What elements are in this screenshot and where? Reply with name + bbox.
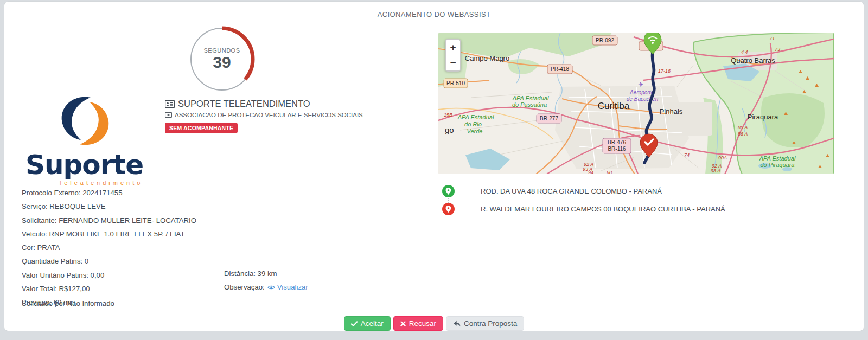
detail-skate-unit-value: Valor Unitário Patins: 0,00 [22,268,196,282]
observation-label: Observação: [224,280,265,294]
refuse-button[interactable]: Recusar [393,316,443,331]
detail-vehicle: Veículo: RNP MOBI LIKE 1.0 FIRE FLEX 5P.… [22,227,196,241]
route-map[interactable]: 17-16 71 73 4 4 74 85 A 86 A 90A 92 A 93… [438,33,834,174]
road-number-85a: 85 A [738,125,748,130]
observation-visualize-link[interactable]: Visualizar [267,280,308,294]
destination-address-row: R. WALDEMAR LOUREIRO CAMPOS 00 BOQUEIRAO… [442,203,725,215]
provider-block: SUPORTE TELEATENDIMENTO ASSOCIACAO DE PR… [165,99,363,133]
x-icon [400,321,406,326]
map-zoom-out-button[interactable]: − [446,55,460,70]
shield-pr092: PR-092 [596,37,614,43]
map-zoom-in-button[interactable]: + [446,40,460,55]
origin-pin-icon [442,185,455,197]
airport-label-line2: de Bacacheri [627,96,659,102]
park-rioverde-line1: APA Estadual [457,114,494,120]
park-rioverde-line2: do Rio [464,121,482,127]
airport-label-line1: Aeroporto [629,89,654,95]
shield-pr418: PR-418 [551,66,569,72]
accept-button[interactable]: Aceitar [344,316,391,331]
city-piraquara: Piraquara [748,113,778,121]
road-number-44: 4 4 [741,49,748,55]
page-title: ACIONAMENTO DO WEBASSIST [4,10,864,18]
map-zoom-control: + − [445,39,461,72]
detail-requester: Solicitante: FERNANDO MULLER LEITE- LOCA… [22,214,196,227]
park-piraquara-line1: APA Estadual [759,155,796,162]
distance-row: Distância: 39 km [224,267,308,280]
park-rioverde-line3: Verde [467,128,483,134]
road-number-17-16: 17-16 [658,68,671,74]
road-number-74: 74 [684,152,690,158]
city-campo-magro: Campo Magro [465,54,509,62]
road-number-15b: 15B [444,112,452,118]
webassist-dialog-card: ACIONAMENTO DO WEBASSIST SEGUNDOS 39 Sup… [4,1,864,331]
city-quatro-barras: Quatro Barras [731,56,775,65]
action-bar: Aceitar Recusar Contra Proposta [4,316,864,331]
destination-address: R. WALDEMAR LOUREIRO CAMPOS 00 BOQUEIRAO… [481,205,725,213]
timer-seconds-value: 39 [213,54,231,71]
logo-wordmark: Suporte [21,151,148,178]
shield-pr510: PR-510 [446,80,465,86]
reply-arrow-icon [453,320,461,327]
provider-association: ASSOCIACAO DE PROTECAO VEICULAR E SERVIC… [175,112,363,118]
road-number-73: 73 [775,47,780,52]
check-icon [351,321,358,326]
road-number-86a: 86 A [738,131,748,137]
solicited-by: Solicitado por Não Informado [22,299,114,307]
observation-row: Observação: Visualizar [224,280,308,294]
detail-protocol: Protocolo Externo: 2024171455 [22,186,196,200]
logo-swirl-icon [55,94,114,148]
countdown-timer: SEGUNDOS 39 [188,25,256,93]
detail-color: Cor: PRATA [22,241,196,254]
shield-br277: BR-277 [540,116,558,121]
detail-total-value: Valor Total: R$127,00 [22,282,196,296]
park-piraquara-line2: do Piraquara [761,162,795,168]
shield-br116: BR-116 [608,146,626,152]
metrics-block: Distância: 39 km Observação: Visualizar [224,267,308,294]
city-partial-west: go [445,125,454,134]
road-number-90a: 90A [718,155,727,161]
association-icon [165,112,172,118]
detail-skate-qty: Quantidade Patins: 0 [22,254,196,268]
destination-pin-icon [442,203,455,215]
map-canvas: 17-16 71 73 4 4 74 85 A 86 A 90A 92 A 93… [438,33,834,174]
road-number-93a: 93 A [711,168,720,174]
service-details: Protocolo Externo: 2024171455 Serviço: R… [22,186,196,310]
footer-divider [4,312,864,312]
no-companion-badge: SEM ACOMPANHANTE [165,123,238,133]
airplane-icon: ✈ [638,81,643,88]
road-number-71: 71 [769,36,775,41]
shield-br476: BR-476 [608,139,626,145]
origin-address-row: ROD. DA UVA 48 ROCA GRANDE COLOMBO - PAR… [442,185,662,197]
detail-service: Serviço: REBOQUE LEVE [22,200,196,213]
provider-name: SUPORTE TELEATENDIMENTO [178,99,310,109]
city-pinhais: Pinhais [660,107,683,116]
eye-icon [267,285,275,290]
park-passauna-line1: APA Estadual [512,95,549,101]
company-logo: Suporte Teleatendimento [21,94,148,186]
city-curitiba: Curitiba [598,101,630,111]
id-card-icon [165,100,175,108]
origin-address: ROD. DA UVA 48 ROCA GRANDE COLOMBO - PAR… [481,187,662,195]
counter-proposal-button[interactable]: Contra Proposta [446,316,524,331]
park-passauna-line2: do Passaúna [512,101,547,108]
road-number-68: 68 [607,170,612,174]
road-number-94: 94 [588,170,593,174]
